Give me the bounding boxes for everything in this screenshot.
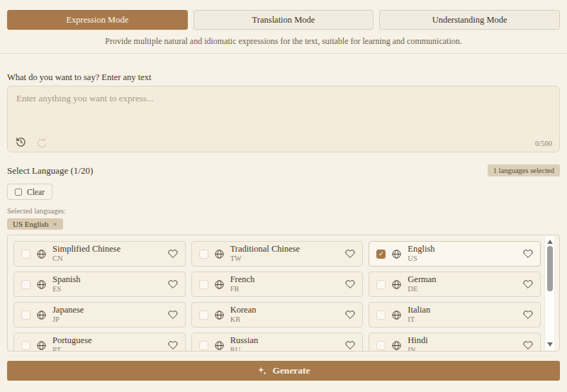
heart-icon[interactable] — [523, 310, 533, 320]
heart-icon[interactable] — [523, 249, 533, 259]
language-code: CN — [52, 254, 120, 263]
language-name: Traditional Chinese — [230, 245, 301, 254]
globe-icon — [214, 310, 225, 320]
select-language-title: Select Language (1/20) — [7, 165, 93, 177]
language-card[interactable]: JapaneseJP — [13, 302, 186, 327]
generate-button[interactable]: Generate — [7, 361, 560, 381]
heart-icon[interactable] — [168, 279, 178, 289]
language-card[interactable]: PortuguesePT — [13, 332, 186, 352]
language-card[interactable]: KoreanKR — [191, 302, 364, 327]
language-name: Hindi — [408, 336, 427, 346]
heart-icon[interactable] — [523, 279, 533, 289]
globe-icon — [391, 279, 402, 290]
language-code: KR — [230, 315, 257, 324]
heart-icon[interactable] — [168, 249, 178, 259]
tab-understanding-mode[interactable]: Understanding Mode — [379, 10, 560, 30]
language-card[interactable]: GermanDE — [369, 271, 541, 297]
language-card[interactable]: Simplified ChineseCN — [13, 241, 186, 267]
language-name: Spanish — [52, 275, 81, 285]
language-grid-container: Simplified ChineseCNTraditional ChineseT… — [7, 235, 560, 352]
language-card[interactable]: Traditional ChineseTW — [191, 241, 364, 267]
char-counter: 0/500 — [535, 140, 552, 147]
globe-icon — [36, 249, 47, 259]
heart-icon[interactable] — [345, 249, 355, 259]
globe-icon — [391, 249, 402, 259]
tab-translation-mode[interactable]: Translation Mode — [193, 10, 374, 30]
generate-button-label: Generate — [272, 365, 310, 376]
language-name: English — [408, 245, 434, 254]
selected-language-chip[interactable]: US English × — [7, 218, 63, 230]
heart-icon[interactable] — [345, 279, 355, 289]
language-checkbox[interactable] — [199, 280, 208, 289]
chip-remove-icon[interactable]: × — [52, 220, 57, 228]
language-checkbox[interactable] — [376, 280, 386, 289]
clear-button[interactable]: Clear — [7, 184, 52, 200]
mode-tabs: Expression Mode Translation Mode Underst… — [7, 10, 560, 30]
heart-icon[interactable] — [168, 310, 178, 320]
language-code: RU — [230, 346, 259, 352]
heart-icon[interactable] — [345, 340, 355, 350]
language-code: DE — [408, 285, 436, 293]
language-checkbox[interactable] — [199, 250, 208, 259]
language-name: Italian — [408, 306, 430, 315]
language-code: IT — [408, 315, 430, 324]
history-icon[interactable] — [15, 136, 26, 147]
language-name: German — [408, 275, 436, 285]
text-input-box: 0/500 — [7, 86, 560, 152]
language-code: JP — [52, 315, 84, 324]
language-name: Simplified Chinese — [52, 245, 120, 254]
language-code: FR — [230, 285, 255, 293]
language-checkbox[interactable] — [21, 310, 30, 320]
textarea-toolbar — [15, 136, 46, 147]
language-card[interactable]: SpanishES — [13, 271, 186, 297]
languages-selected-badge: 1 languages selected — [488, 164, 560, 177]
scrollbar-up-arrow[interactable] — [545, 237, 555, 246]
language-checkbox[interactable] — [376, 310, 386, 320]
clear-button-label: Clear — [27, 188, 45, 196]
language-card[interactable]: HindiIN — [369, 332, 541, 352]
language-grid: Simplified ChineseCNTraditional ChineseT… — [8, 235, 559, 352]
clear-checkbox-icon — [15, 189, 22, 196]
language-name: Korean — [230, 306, 257, 315]
tab-expression-mode[interactable]: Expression Mode — [7, 10, 188, 30]
language-name: Russian — [230, 336, 259, 346]
globe-icon — [36, 310, 47, 320]
language-checkbox[interactable] — [21, 250, 30, 259]
scrollbar[interactable] — [544, 236, 554, 350]
language-checkbox[interactable] — [199, 341, 208, 350]
selected-languages-label: Selected languages: — [7, 207, 560, 215]
language-code: PT — [52, 346, 92, 352]
language-checkbox[interactable] — [21, 280, 30, 289]
heart-icon[interactable] — [523, 340, 533, 350]
scrollbar-down-arrow[interactable] — [545, 340, 555, 349]
language-card[interactable]: FrenchFR — [191, 271, 364, 297]
expression-textarea[interactable] — [8, 86, 559, 130]
globe-icon — [214, 279, 225, 290]
heart-icon[interactable] — [345, 310, 355, 320]
chip-label: US English — [13, 220, 48, 228]
sparkles-icon — [257, 366, 267, 376]
language-card[interactable]: ItalianIT — [369, 302, 541, 327]
language-name: Portuguese — [52, 336, 92, 346]
language-checkbox[interactable] — [21, 341, 30, 350]
language-checkbox[interactable] — [376, 341, 386, 350]
language-checkbox[interactable]: ✓ — [376, 250, 386, 259]
globe-icon — [36, 340, 47, 351]
language-name: French — [230, 275, 255, 285]
input-label: What do you want to say? Enter any text — [7, 72, 560, 83]
language-name: Japanese — [52, 306, 84, 315]
globe-icon — [214, 340, 225, 351]
globe-icon — [391, 310, 402, 320]
language-checkbox[interactable] — [199, 310, 208, 320]
divider — [0, 53, 567, 54]
language-card[interactable]: ✓EnglishUS — [369, 241, 541, 267]
scrollbar-thumb[interactable] — [547, 246, 553, 291]
globe-icon — [214, 249, 225, 259]
language-code: TW — [230, 254, 301, 263]
heart-icon[interactable] — [168, 340, 178, 350]
reset-icon[interactable] — [35, 136, 46, 147]
language-code: ES — [52, 285, 81, 293]
language-code: IN — [408, 346, 427, 352]
mode-description: Provide multiple natural and idiomatic e… — [0, 36, 567, 47]
language-card[interactable]: RussianRU — [191, 332, 364, 352]
